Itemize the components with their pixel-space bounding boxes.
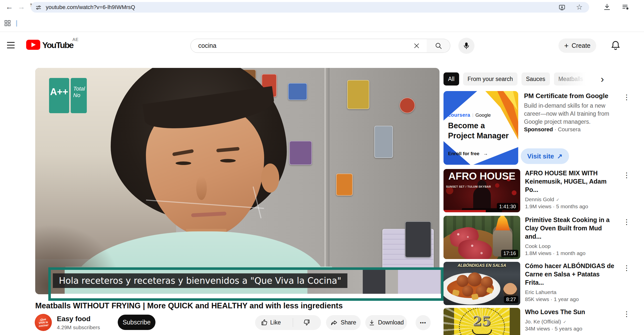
thumbnail-art bbox=[468, 272, 482, 286]
kebab-menu-icon[interactable]: ⋮ bbox=[623, 264, 630, 272]
ad-kebab-menu-icon[interactable]: ⋮ bbox=[623, 93, 630, 101]
chip-sauces[interactable]: Sauces bbox=[521, 72, 550, 86]
bookmarks-bar bbox=[0, 15, 644, 32]
thumbnail-art bbox=[457, 275, 469, 287]
search-box[interactable] bbox=[190, 39, 427, 53]
apps-grid-icon[interactable] bbox=[4, 20, 11, 27]
suggestion-item[interactable]: 17:16 Primitive Steak Cooking in aClay O… bbox=[444, 216, 631, 261]
person-eye bbox=[176, 161, 191, 165]
create-button[interactable]: + Create bbox=[558, 38, 596, 53]
visit-site-button[interactable]: Visit site ↗ bbox=[521, 148, 569, 164]
video-title: Meatballs WITHOUT FRYING | More QUICK an… bbox=[35, 301, 435, 310]
suggestion-channel[interactable]: Jo. Ke (Official)✓ bbox=[525, 319, 619, 325]
suggestion-item[interactable]: 25WE LOVE THE SUNNU Who Loves The Sun Jo… bbox=[444, 308, 631, 335]
channel-name[interactable]: Easy food bbox=[57, 315, 91, 323]
like-label[interactable]: Like bbox=[270, 319, 281, 326]
channel-subscribers: 4.29M subscribers bbox=[57, 324, 100, 330]
chip-all[interactable]: All bbox=[444, 72, 459, 86]
kebab-menu-icon[interactable]: ⋮ bbox=[623, 171, 630, 179]
forward-icon[interactable]: → bbox=[18, 3, 25, 11]
person-eye bbox=[220, 159, 236, 162]
share-button[interactable]: Share bbox=[326, 315, 361, 330]
search-input[interactable] bbox=[198, 42, 390, 50]
verified-icon: ✓ bbox=[556, 197, 559, 202]
chips-chevron-right-icon[interactable]: › bbox=[601, 74, 604, 85]
fridge-magnet bbox=[288, 83, 307, 100]
fridge-handle bbox=[325, 68, 328, 294]
google-logo: Google bbox=[475, 112, 491, 118]
video-strip: Hola receteros y receteras y bienvenidos… bbox=[51, 270, 441, 294]
youtube-logo-text[interactable]: YouTube bbox=[42, 40, 73, 50]
reading-list-icon[interactable] bbox=[622, 3, 629, 11]
search-button[interactable] bbox=[427, 39, 450, 53]
ad-cta[interactable]: Enroll for free → bbox=[448, 151, 488, 156]
duration-badge: 8:27 bbox=[504, 296, 518, 303]
back-icon[interactable]: ← bbox=[6, 3, 13, 11]
create-label: Create bbox=[572, 42, 590, 49]
ad-thumbnail[interactable]: coursera | Google Become a Project Manag… bbox=[444, 91, 518, 165]
bookmark-star-icon[interactable]: ☆ bbox=[576, 3, 583, 11]
site-settings-icon[interactable] bbox=[35, 4, 42, 11]
external-link-icon: ↗ bbox=[557, 152, 562, 160]
ad-headline: Become a Project Manager bbox=[448, 121, 509, 141]
download-button[interactable]: Download bbox=[365, 315, 407, 330]
url-text[interactable]: youtube.com/watch?v=6-lh9IWMrsQ bbox=[46, 4, 135, 11]
youtube-logo-icon[interactable] bbox=[26, 40, 40, 50]
install-app-icon[interactable] bbox=[558, 4, 566, 11]
voice-search-button[interactable] bbox=[458, 38, 474, 54]
thumbnail-art bbox=[471, 294, 478, 300]
suggestion-title[interactable]: Who Loves The Sun bbox=[525, 308, 619, 316]
plus-icon: + bbox=[564, 42, 569, 50]
downloads-icon[interactable] bbox=[603, 3, 611, 11]
video-caption: Hola receteros y receteras y bienvenidos… bbox=[53, 273, 347, 288]
suggestion-thumbnail[interactable]: AFRO HOUSESUNSET SET / TULUM SKYBAR1:41:… bbox=[444, 169, 520, 212]
chip-from-your-search[interactable]: From your search bbox=[463, 72, 517, 86]
fridge-seam bbox=[329, 68, 329, 294]
more-horizontal-icon: ••• bbox=[420, 320, 426, 325]
duration-badge: 17:16 bbox=[501, 250, 518, 257]
suggestion-channel[interactable]: Dennis Gold✓ bbox=[525, 196, 619, 202]
suggestion-title[interactable]: AFRO HOUSE MIX WITHKeinemusik, HUGEL, Ad… bbox=[525, 169, 619, 194]
address-bar[interactable]: youtube.com/watch?v=6-lh9IWMrsQ ☆ bbox=[31, 2, 589, 13]
subscribe-button[interactable]: Subscribe bbox=[118, 315, 155, 330]
suggestion-meta: 34M views · 5 years ago bbox=[525, 326, 619, 332]
thumbs-up-icon[interactable] bbox=[261, 319, 268, 326]
suggestion-item[interactable]: ALBÓNDIGAS EN SALSA8:27 Cómo hacer ALBÓN… bbox=[444, 262, 631, 307]
youtube-watch-page: ← → ↻ youtube.com/watch?v=6-lh9IWMrsQ ☆ bbox=[0, 0, 644, 335]
energy-label-side: Total No bbox=[71, 78, 87, 113]
thumbnail-text: ALBÓNDIGAS EN SALSA bbox=[444, 263, 520, 268]
clear-search-icon[interactable] bbox=[413, 42, 420, 49]
suggestion-thumbnail[interactable]: ALBÓNDIGAS EN SALSA8:27 bbox=[444, 262, 520, 305]
download-label: Download bbox=[378, 319, 404, 326]
channel-avatar[interactable]: ¡Que VIVA la cocina! bbox=[34, 313, 53, 332]
kebab-menu-icon[interactable]: ⋮ bbox=[623, 310, 630, 318]
search-icon bbox=[435, 42, 442, 50]
suggestion-item[interactable]: AFRO HOUSESUNSET SET / TULUM SKYBAR1:41:… bbox=[444, 169, 631, 214]
suggestion-meta: 1.8M views · 1 month ago bbox=[525, 250, 619, 256]
video-player[interactable]: A++ Total No FIRENZE SANTANDER MILANO bbox=[35, 68, 439, 294]
more-actions-button[interactable]: ••• bbox=[416, 315, 431, 330]
thumbnail-text: AFRO HOUSE bbox=[445, 171, 519, 182]
hamburger-menu-icon[interactable] bbox=[7, 42, 15, 50]
thumbs-down-icon[interactable] bbox=[303, 319, 310, 326]
suggestion-channel[interactable]: Cook Loop bbox=[525, 243, 619, 249]
suggestion-title[interactable]: Primitive Steak Cooking in aClay Oven Bu… bbox=[525, 216, 619, 241]
suggestion-thumbnail[interactable]: 25WE LOVE THE SUNNU bbox=[444, 308, 520, 335]
thumbnail-subtext: SUNSET SET / TULUM SKYBAR bbox=[446, 185, 491, 188]
divider bbox=[293, 318, 293, 327]
kebab-menu-icon[interactable]: ⋮ bbox=[623, 218, 630, 226]
chip-meatballs[interactable]: Meatballs bbox=[554, 72, 588, 86]
person-ear bbox=[261, 163, 279, 193]
notifications-bell-icon[interactable] bbox=[610, 40, 621, 51]
bookmark-divider bbox=[16, 20, 17, 27]
ad-description: Build in-demand skills for a new career—… bbox=[524, 102, 609, 126]
suggestion-title[interactable]: Cómo hacer ALBÓNDIGAS deCarne en Salsa +… bbox=[525, 262, 619, 287]
suggestion-channel[interactable]: Eric Lahuerta bbox=[525, 289, 619, 295]
like-dislike-buttons[interactable]: Like bbox=[255, 315, 321, 330]
ad-title[interactable]: PM Certificate from Google bbox=[524, 92, 608, 100]
coursera-logo: coursera bbox=[448, 112, 470, 118]
thumbnail-art bbox=[473, 187, 491, 212]
thumbnail-text: 25 bbox=[444, 313, 520, 329]
suggestion-thumbnail[interactable]: 17:16 bbox=[444, 216, 520, 259]
thumbnail-art bbox=[472, 329, 492, 335]
